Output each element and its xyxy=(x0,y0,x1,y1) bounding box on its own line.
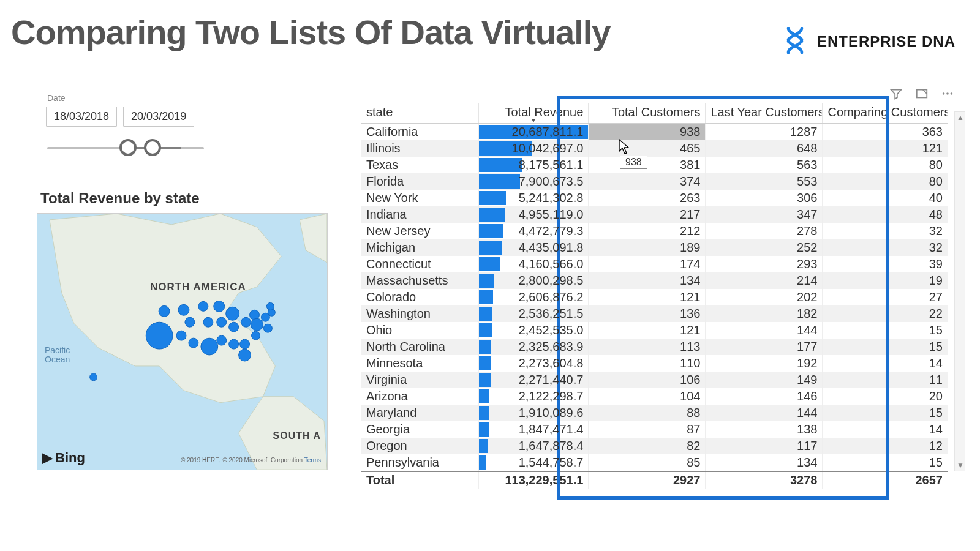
cell-last-year-customers[interactable]: 177 xyxy=(706,339,823,355)
cell-total-customers[interactable]: 87 xyxy=(589,421,706,438)
cell-total-customers[interactable]: 113 xyxy=(589,339,706,355)
cell-state[interactable]: New Jersey xyxy=(361,223,478,239)
cell-total-revenue[interactable]: 4,435,091.8 xyxy=(478,239,589,256)
cell-state[interactable]: Florida xyxy=(361,173,478,190)
cell-comparing-customers[interactable]: 14 xyxy=(823,355,948,372)
cell-last-year-customers[interactable]: 117 xyxy=(706,438,823,454)
cell-state[interactable]: Texas xyxy=(361,157,478,173)
cell-total-revenue[interactable]: 7,900,673.5 xyxy=(478,173,589,190)
cell-state[interactable]: Colorado xyxy=(361,289,478,305)
cell-total-customers[interactable]: 121 xyxy=(589,289,706,305)
cell-total-customers[interactable]: 104 xyxy=(589,388,706,405)
cell-total-revenue[interactable]: 1,847,471.4 xyxy=(478,421,589,438)
cell-comparing-customers[interactable]: 121 xyxy=(823,140,948,157)
cell-total-customers[interactable]: 134 xyxy=(589,272,706,289)
table-row[interactable]: Massachusetts2,800,298.513421419 xyxy=(361,272,948,289)
cell-total-revenue[interactable]: 2,122,298.7 xyxy=(478,388,589,405)
cell-last-year-customers[interactable]: 563 xyxy=(706,157,823,173)
table-row[interactable]: Arizona2,122,298.710414620 xyxy=(361,388,948,405)
col-state[interactable]: state xyxy=(361,103,478,124)
date-slider-thumb-start[interactable] xyxy=(119,139,137,156)
table-row[interactable]: North Carolina2,325,683.911317715 xyxy=(361,339,948,355)
cell-total-revenue[interactable]: 2,271,440.7 xyxy=(478,372,589,388)
date-from-input[interactable]: 18/03/2018 xyxy=(46,107,117,127)
cell-total-revenue[interactable]: 2,452,535.0 xyxy=(478,322,589,339)
cell-total-customers[interactable]: 212 xyxy=(589,223,706,239)
cell-state[interactable]: Ohio xyxy=(361,322,478,339)
table-row[interactable]: Texas8,175,561.138156380 xyxy=(361,157,948,173)
cell-total-revenue[interactable]: 2,273,604.8 xyxy=(478,355,589,372)
cell-last-year-customers[interactable]: 1287 xyxy=(706,124,823,141)
table-row[interactable]: Virginia2,271,440.710614911 xyxy=(361,372,948,388)
cell-state[interactable]: Pennsylvania xyxy=(361,454,478,471)
table-row[interactable]: Colorado2,606,876.212120227 xyxy=(361,289,948,305)
cell-total-revenue[interactable]: 2,606,876.2 xyxy=(478,289,589,305)
cell-state[interactable]: Michigan xyxy=(361,239,478,256)
cell-comparing-customers[interactable]: 22 xyxy=(823,305,948,322)
cell-state[interactable]: Massachusetts xyxy=(361,272,478,289)
cell-last-year-customers[interactable]: 553 xyxy=(706,173,823,190)
cell-total-revenue[interactable]: 2,325,683.9 xyxy=(478,339,589,355)
date-slider[interactable] xyxy=(47,139,204,156)
table-row[interactable]: Connecticut4,160,566.017429339 xyxy=(361,256,948,272)
cell-state[interactable]: Connecticut xyxy=(361,256,478,272)
cell-total-customers[interactable]: 189 xyxy=(589,239,706,256)
cell-total-customers[interactable]: 938 xyxy=(589,124,706,141)
cell-total-customers[interactable]: 174 xyxy=(589,256,706,272)
cell-comparing-customers[interactable]: 20 xyxy=(823,388,948,405)
cell-state[interactable]: Oregon xyxy=(361,438,478,454)
cell-last-year-customers[interactable]: 214 xyxy=(706,272,823,289)
col-total-customers[interactable]: Total Customers xyxy=(589,103,706,124)
cell-comparing-customers[interactable]: 32 xyxy=(823,223,948,239)
cell-total-revenue[interactable]: 2,536,251.5 xyxy=(478,305,589,322)
cell-state[interactable]: Arizona xyxy=(361,388,478,405)
table-row[interactable]: Illinois10,042,697.0465648121 xyxy=(361,140,948,157)
data-table[interactable]: state Total Revenue ▼ Total Customers La… xyxy=(361,103,948,489)
table-row[interactable]: Pennsylvania1,544,758.78513415 xyxy=(361,454,948,471)
cell-last-year-customers[interactable]: 149 xyxy=(706,372,823,388)
cell-total-customers[interactable]: 88 xyxy=(589,405,706,421)
date-slicer[interactable]: Date 18/03/2018 20/03/2019 xyxy=(46,93,205,156)
cell-total-revenue[interactable]: 4,955,119.0 xyxy=(478,206,589,223)
cell-total-revenue[interactable]: 8,175,561.1 xyxy=(478,157,589,173)
cell-state[interactable]: Illinois xyxy=(361,140,478,157)
cell-last-year-customers[interactable]: 144 xyxy=(706,322,823,339)
cell-total-revenue[interactable]: 1,544,758.7 xyxy=(478,454,589,471)
table-row[interactable]: Maryland1,910,089.68814415 xyxy=(361,405,948,421)
table-row[interactable]: Georgia1,847,471.48713814 xyxy=(361,421,948,438)
cell-last-year-customers[interactable]: 293 xyxy=(706,256,823,272)
date-to-input[interactable]: 20/03/2019 xyxy=(123,107,194,127)
more-options-icon[interactable] xyxy=(941,87,954,103)
cell-total-revenue[interactable]: 4,472,779.3 xyxy=(478,223,589,239)
cell-state[interactable]: Washington xyxy=(361,305,478,322)
cell-total-customers[interactable]: 465 xyxy=(589,140,706,157)
date-slider-thumb-end[interactable] xyxy=(144,139,161,156)
table-row[interactable]: Indiana4,955,119.021734748 xyxy=(361,206,948,223)
cell-comparing-customers[interactable]: 12 xyxy=(823,438,948,454)
cell-comparing-customers[interactable]: 14 xyxy=(823,421,948,438)
cell-last-year-customers[interactable]: 146 xyxy=(706,388,823,405)
cell-total-customers[interactable]: 217 xyxy=(589,206,706,223)
table-row[interactable]: California20,687,811.19381287363 xyxy=(361,124,948,141)
table-row[interactable]: Florida7,900,673.537455380 xyxy=(361,173,948,190)
cell-last-year-customers[interactable]: 134 xyxy=(706,454,823,471)
map-visual[interactable]: Total Revenue by state xyxy=(37,190,328,470)
cell-total-revenue[interactable]: 10,042,697.0 xyxy=(478,140,589,157)
cell-state[interactable]: California xyxy=(361,124,478,141)
table-row[interactable]: Minnesota2,273,604.811019214 xyxy=(361,355,948,372)
cell-state[interactable]: New York xyxy=(361,190,478,206)
cell-comparing-customers[interactable]: 15 xyxy=(823,405,948,421)
table-row[interactable]: New Jersey4,472,779.321227832 xyxy=(361,223,948,239)
cell-total-revenue[interactable]: 2,800,298.5 xyxy=(478,272,589,289)
cell-comparing-customers[interactable]: 363 xyxy=(823,124,948,141)
cell-comparing-customers[interactable]: 15 xyxy=(823,454,948,471)
cell-comparing-customers[interactable]: 27 xyxy=(823,289,948,305)
cell-comparing-customers[interactable]: 15 xyxy=(823,339,948,355)
cell-last-year-customers[interactable]: 278 xyxy=(706,223,823,239)
cell-state[interactable]: Virginia xyxy=(361,372,478,388)
cell-total-revenue[interactable]: 1,910,089.6 xyxy=(478,405,589,421)
cell-last-year-customers[interactable]: 202 xyxy=(706,289,823,305)
cell-last-year-customers[interactable]: 192 xyxy=(706,355,823,372)
table-row[interactable]: Washington2,536,251.513618222 xyxy=(361,305,948,322)
col-total-revenue[interactable]: Total Revenue ▼ xyxy=(478,103,589,124)
